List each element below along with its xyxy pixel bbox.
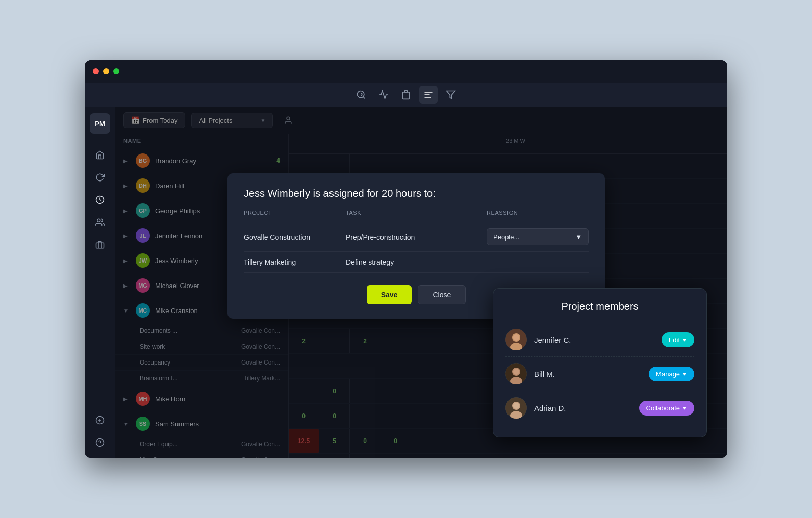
filter-icon[interactable] <box>442 86 460 104</box>
help-icon[interactable] <box>91 433 109 452</box>
people-nav-icon[interactable] <box>91 213 109 231</box>
member-name-bill: Bill M. <box>534 370 642 378</box>
avatar-bill-m <box>505 363 527 384</box>
member-row-jennifer: Jennifer C. Edit ▼ <box>505 323 694 356</box>
briefcase-nav-icon[interactable] <box>91 236 109 254</box>
svg-point-0 <box>358 91 364 97</box>
col-reassign-header: REASSIGN <box>487 210 589 216</box>
chart-icon[interactable] <box>374 86 393 104</box>
modal-project-govalle: Govalle Construction <box>244 233 346 241</box>
modal-row-tillery: Tillery Marketing Define strategy <box>244 252 589 273</box>
modal-project-tillery: Tillery Marketing <box>244 258 346 266</box>
svg-point-8 <box>97 219 100 222</box>
svg-rect-9 <box>96 243 104 248</box>
modal-table-header: PROJECT TASK REASSIGN <box>244 210 589 220</box>
save-button[interactable]: Save <box>367 285 412 304</box>
col-project-header: PROJECT <box>244 210 346 216</box>
members-panel: Project members Jennifer C. <box>493 288 707 437</box>
modal-title: Jess Wimberly is assigned for 20 hours t… <box>244 188 589 199</box>
member-name-jennifer: Jennifer C. <box>534 335 654 344</box>
svg-marker-6 <box>447 91 455 98</box>
svg-point-27 <box>513 403 519 409</box>
member-role-button-bill[interactable]: Manage ▼ <box>649 367 694 381</box>
home-nav-icon[interactable] <box>91 146 109 164</box>
sidebar: PM <box>85 107 115 458</box>
clock-nav-icon[interactable] <box>91 191 109 209</box>
minimize-button[interactable] <box>103 68 109 74</box>
members-panel-title: Project members <box>505 301 694 313</box>
maximize-button[interactable] <box>113 68 119 74</box>
chevron-icon: ▼ <box>682 371 687 377</box>
avatar-jennifer-c <box>505 329 527 350</box>
app-logo: PM <box>90 113 110 134</box>
close-button[interactable] <box>93 68 99 74</box>
titlebar <box>85 60 727 83</box>
gantt-icon[interactable] <box>419 86 438 104</box>
clipboard-icon[interactable] <box>397 86 415 104</box>
chevron-down-icon: ▼ <box>575 233 582 241</box>
chevron-icon: ▼ <box>682 405 687 411</box>
chevron-icon: ▼ <box>682 337 687 343</box>
modal-row-govalle: Govalle Construction Prep/Pre-constructi… <box>244 222 589 252</box>
close-button[interactable]: Close <box>418 285 466 304</box>
main-window: PM <box>85 60 727 458</box>
reassign-dropdown-govalle[interactable]: People... ▼ <box>487 228 589 245</box>
member-role-button-adrian[interactable]: Collaborate ▼ <box>639 401 694 416</box>
col-task-header: TASK <box>346 210 487 216</box>
search-icon[interactable] <box>352 86 370 104</box>
modal-task-prep: Prep/Pre-construction <box>346 233 487 241</box>
sidebar-bottom <box>91 411 109 452</box>
member-name-adrian: Adrian D. <box>534 404 632 412</box>
modal-task-strategy: Define strategy <box>346 258 487 266</box>
avatar-adrian-d <box>505 397 527 419</box>
svg-rect-2 <box>402 92 409 99</box>
content-area: 📅 From Today All Projects ▼ NAME <box>115 107 727 458</box>
member-row-adrian: Adrian D. Collaborate ▼ <box>505 391 694 425</box>
top-toolbar <box>85 83 727 107</box>
svg-point-23 <box>513 369 519 375</box>
refresh-nav-icon[interactable] <box>91 168 109 187</box>
add-icon[interactable] <box>91 411 109 429</box>
svg-point-19 <box>513 334 519 341</box>
main-layout: PM <box>85 107 727 458</box>
member-row-bill: Bill M. Manage ▼ <box>505 357 694 391</box>
member-role-button-jennifer[interactable]: Edit ▼ <box>662 332 694 347</box>
